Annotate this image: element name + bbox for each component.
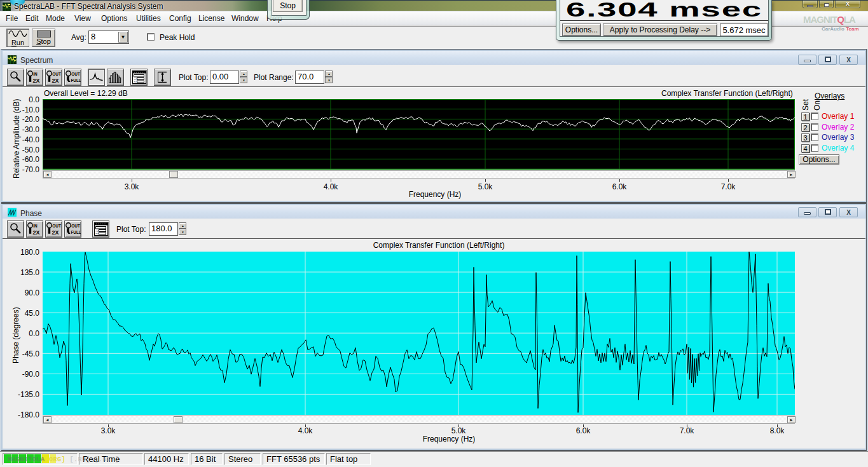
svg-text:2X: 2X [33,78,40,84]
svg-text:2X: 2X [33,229,40,236]
svg-text:×√: ×√ [95,232,99,235]
svg-text:2X: 2X [52,229,59,236]
svg-text:IN: IN [33,72,38,76]
svg-text:×√: ×√ [134,80,137,83]
svg-text:OUT: OUT [71,224,80,228]
svg-text:IN: IN [33,224,38,228]
svg-text:OUT: OUT [52,72,61,76]
svg-text:FULL: FULL [71,230,81,234]
svg-text:×√: ×√ [95,229,99,233]
svg-text:FULL: FULL [71,78,81,83]
svg-text:OUT: OUT [71,72,80,76]
svg-text:2X: 2X [52,78,59,84]
svg-text:×√: ×√ [134,78,137,81]
svg-text:OUT: OUT [52,224,61,228]
